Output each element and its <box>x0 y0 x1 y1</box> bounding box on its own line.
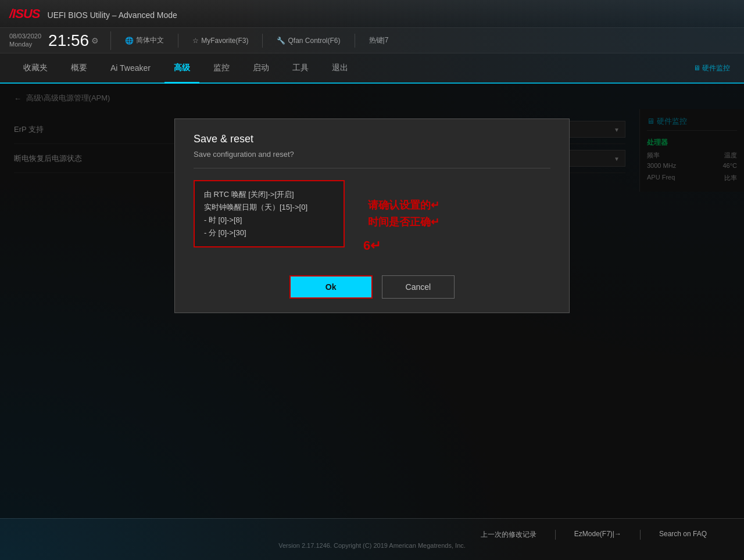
star-icon: ☆ <box>192 37 199 45</box>
nav-exit[interactable]: 退出 <box>323 53 357 84</box>
footer-ezmode[interactable]: EzMode(F7)|→ <box>574 530 641 540</box>
nav-bar: 收藏夹 概要 Ai Tweaker 高级 监控 启动 工具 退出 🖥 硬件监控 <box>0 53 744 84</box>
dialog-overlay: Save & reset Save configuration and rese… <box>0 84 744 518</box>
language-icon: 🌐 <box>125 37 134 45</box>
toolbar: 08/03/2020 Monday 21:56 ⚙ 🌐 简体中文 ☆ MyFav… <box>0 28 744 53</box>
clock-settings-icon[interactable]: ⚙ <box>91 36 99 45</box>
dialog-title: Save & reset <box>194 133 550 145</box>
dialog-annotation: 请确认设置的↵ 时间是否正确↵ <box>368 180 439 247</box>
nav-advanced[interactable]: 高级 <box>164 53 199 84</box>
nav-overview[interactable]: 概要 <box>62 53 96 84</box>
dialog-body: 由 RTC 唤醒 [关闭]->[开启] 实时钟唤醒日期（天）[15]->[0] … <box>194 180 550 247</box>
dialog-subtitle: Save configuration and reset? <box>194 150 550 168</box>
change-item-3: - 时 [0]->[8] <box>204 214 334 227</box>
step-number: 6↵ <box>363 238 381 253</box>
header: /ISUS UEFI BIOS Utility – Advanced Mode <box>0 0 744 28</box>
nav-tools[interactable]: 工具 <box>283 53 318 84</box>
change-item-4: - 分 [0]->[30] <box>204 227 334 239</box>
nav-favorites[interactable]: 收藏夹 <box>14 53 57 84</box>
footer-search-faq[interactable]: Search on FAQ <box>659 530 725 540</box>
footer: 上一次的修改记录 EzMode(F7)|→ Search on FAQ Vers… <box>0 518 744 560</box>
footer-links: 上一次的修改记录 EzMode(F7)|→ Search on FAQ <box>0 530 744 540</box>
date-display: 08/03/2020 Monday <box>9 33 41 48</box>
annotation-line1: 请确认设置的↵ <box>368 197 439 214</box>
nav-ai-tweaker[interactable]: Ai Tweaker <box>101 53 160 84</box>
cancel-button[interactable]: Cancel <box>382 275 455 299</box>
content-area: ← 高级\高级电源管理(APM) ErP 支持 关闭 开启 断电恢复后电源状态 … <box>0 84 744 518</box>
footer-copyright: Version 2.17.1246. Copyright (C) 2019 Am… <box>278 542 466 549</box>
nav-boot[interactable]: 启动 <box>244 53 278 84</box>
dialog-buttons: 6↵ Ok Cancel <box>194 261 550 299</box>
clock-display: 08/03/2020 Monday 21:56 ⚙ <box>9 31 99 50</box>
fan-icon: 🔧 <box>277 37 285 45</box>
asus-logo: /ISUS UEFI BIOS Utility – Advanced Mode <box>9 6 177 21</box>
dialog-changes-box: 由 RTC 唤醒 [关闭]->[开启] 实时钟唤醒日期（天）[15]->[0] … <box>194 180 345 247</box>
toolbar-separator-1 <box>178 34 178 48</box>
ok-button[interactable]: Ok <box>289 275 373 299</box>
toolbar-qfan[interactable]: 🔧 Qfan Control(F6) <box>277 37 340 45</box>
toolbar-myfavorite[interactable]: ☆ MyFavorite(F3) <box>192 37 248 45</box>
annotation-line2: 时间是否正确↵ <box>368 214 439 231</box>
nav-monitor[interactable]: 监控 <box>204 53 239 84</box>
toolbar-language[interactable]: 🌐 简体中文 <box>125 35 164 45</box>
change-item-1: 由 RTC 唤醒 [关闭]->[开启] <box>204 188 334 201</box>
save-reset-dialog: Save & reset Save configuration and rese… <box>174 119 570 313</box>
footer-last-changes[interactable]: 上一次的修改记录 <box>481 530 556 540</box>
time-display: 21:56 <box>48 31 89 50</box>
hw-monitor-nav-label: 🖥 硬件监控 <box>693 63 730 73</box>
app-title: UEFI BIOS Utility – Advanced Mode <box>48 10 177 20</box>
toolbar-hotkey[interactable]: 热键|7 <box>369 35 389 45</box>
main-content: ← 高级\高级电源管理(APM) ErP 支持 关闭 开启 断电恢复后电源状态 … <box>0 84 639 518</box>
nav-right-panel: 🖥 硬件监控 <box>693 53 730 82</box>
toolbar-separator-3 <box>355 34 355 48</box>
change-item-2: 实时钟唤醒日期（天）[15]->[0] <box>204 201 334 214</box>
toolbar-separator-2 <box>262 34 263 48</box>
